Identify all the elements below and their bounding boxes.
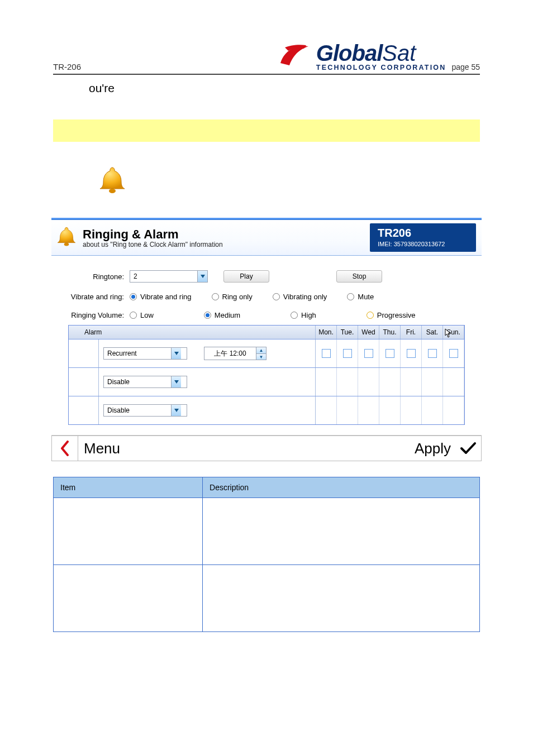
radio-label: Ring only xyxy=(222,293,253,301)
chevron-down-icon[interactable] xyxy=(171,405,181,416)
page-number: page 55 xyxy=(451,63,480,71)
day-checkbox[interactable] xyxy=(343,349,352,358)
logo-text-sat: Sat xyxy=(382,41,416,65)
radio-icon xyxy=(212,293,219,300)
day-cell xyxy=(401,368,422,396)
check-icon[interactable] xyxy=(455,442,481,455)
table-cell-item xyxy=(54,565,203,632)
logo-swoosh-icon xyxy=(279,43,311,69)
day-cell xyxy=(443,339,464,367)
day-cell xyxy=(379,396,401,424)
logo-text-global: Global xyxy=(316,41,382,65)
app-screenshot: Ringing & Alarm about us "Ring tone & Cl… xyxy=(51,218,482,461)
chevron-down-icon[interactable] xyxy=(197,271,207,282)
page-header: TR-206 GlobalSat TECHNOLOGY CORPORATION … xyxy=(53,27,480,71)
alarm-row: Disable xyxy=(69,396,464,424)
day-cell xyxy=(422,396,443,424)
device-badge: TR206 IMEI: 357938020313672 xyxy=(370,223,476,252)
alarm-mode-value: Disable xyxy=(104,378,171,386)
day-cell xyxy=(337,339,358,367)
alarm-mode-value: Recurrent xyxy=(104,350,171,357)
table-cell-item xyxy=(54,498,203,565)
chevron-down-icon[interactable] xyxy=(171,376,181,387)
vibrate-label: Vibrate and ring: xyxy=(68,293,130,301)
apply-button[interactable]: Apply xyxy=(415,440,455,457)
play-button[interactable]: Play xyxy=(223,270,269,283)
ringtone-select[interactable]: 2 xyxy=(130,270,208,283)
back-button[interactable] xyxy=(52,441,78,456)
table-cell-desc xyxy=(203,565,480,632)
screenshot-header: Ringing & Alarm about us "Ring tone & Cl… xyxy=(51,220,482,256)
day-cell xyxy=(443,368,464,396)
volume-option[interactable]: Low xyxy=(130,311,154,319)
day-cell xyxy=(316,368,337,396)
day-cell xyxy=(379,339,401,367)
volume-option[interactable]: High xyxy=(291,311,316,319)
day-header: Wed xyxy=(358,326,379,339)
day-cell xyxy=(379,368,401,396)
alarm-time-input[interactable]: 上午 12:00▲▼ xyxy=(204,347,266,360)
spinner-icon[interactable]: ▲▼ xyxy=(256,347,266,360)
bell-icon xyxy=(94,164,130,200)
table-head-desc: Description xyxy=(203,477,480,498)
radio-icon xyxy=(130,293,137,300)
vibrate-option[interactable]: Ring only xyxy=(212,293,253,301)
alarm-time-value: 上午 12:00 xyxy=(204,349,256,358)
header-right: GlobalSat TECHNOLOGY CORPORATION page 55 xyxy=(279,41,480,71)
day-cell xyxy=(316,339,337,367)
radio-label: High xyxy=(301,311,316,319)
day-checkbox[interactable] xyxy=(386,349,394,358)
radio-icon xyxy=(347,293,354,300)
volume-option[interactable]: Progressive xyxy=(367,311,416,319)
alarm-mode-value: Disable xyxy=(104,406,171,414)
day-cell xyxy=(316,396,337,424)
day-checkbox[interactable] xyxy=(322,349,331,358)
radio-label: Mute xyxy=(358,293,374,301)
day-header: Sat. xyxy=(422,326,443,339)
alarm-mode-select[interactable]: Disable xyxy=(103,376,187,388)
day-cell xyxy=(358,339,379,367)
svg-point-0 xyxy=(109,189,116,193)
vibrate-option[interactable]: Vibrating only xyxy=(273,293,327,301)
day-cell xyxy=(401,396,422,424)
radio-label: Vibrating only xyxy=(283,293,327,301)
screenshot-title: Ringing & Alarm xyxy=(83,227,370,242)
day-header: Thu. xyxy=(379,326,401,339)
day-checkbox[interactable] xyxy=(449,349,458,358)
chevron-down-icon[interactable] xyxy=(171,348,181,359)
volume-option[interactable]: Medium xyxy=(204,311,240,319)
ringtone-label: Ringtone: xyxy=(68,272,130,281)
alarm-mode-select[interactable]: Recurrent xyxy=(103,347,187,360)
vibrate-option[interactable]: Mute xyxy=(347,293,374,301)
radio-label: Medium xyxy=(215,311,240,319)
radio-label: Progressive xyxy=(377,311,416,319)
day-cell xyxy=(358,368,379,396)
alarm-row: Disable xyxy=(69,367,464,396)
device-name: TR206 xyxy=(378,227,468,240)
table-head-item: Item xyxy=(54,477,203,498)
bell-icon xyxy=(54,225,79,251)
day-checkbox[interactable] xyxy=(364,349,373,358)
svg-point-1 xyxy=(64,242,69,246)
day-checkbox[interactable] xyxy=(407,349,416,358)
day-header: Tue. xyxy=(337,326,358,339)
alarm-header: Alarm xyxy=(69,326,316,339)
day-checkbox[interactable] xyxy=(428,349,437,358)
day-cell xyxy=(422,339,443,367)
menu-button[interactable]: Menu xyxy=(78,436,415,461)
vibrate-option[interactable]: Vibrate and ring xyxy=(130,293,192,301)
logo-subtext: TECHNOLOGY CORPORATION xyxy=(316,64,446,71)
day-cell xyxy=(443,396,464,424)
description-table: Item Description xyxy=(53,477,480,632)
day-cell xyxy=(337,396,358,424)
alarm-row: Recurrent上午 12:00▲▼ xyxy=(69,339,464,367)
intro-text: ou're xyxy=(53,82,480,95)
stop-button[interactable]: Stop xyxy=(336,270,382,283)
screenshot-subtitle: about us "Ring tone & Clock Alarm" infor… xyxy=(83,241,370,248)
radio-icon xyxy=(291,312,298,319)
radio-icon xyxy=(130,312,137,319)
header-model: TR-206 xyxy=(53,62,81,71)
alarm-mode-select[interactable]: Disable xyxy=(103,404,187,417)
day-cell xyxy=(401,339,422,367)
day-cell xyxy=(358,396,379,424)
